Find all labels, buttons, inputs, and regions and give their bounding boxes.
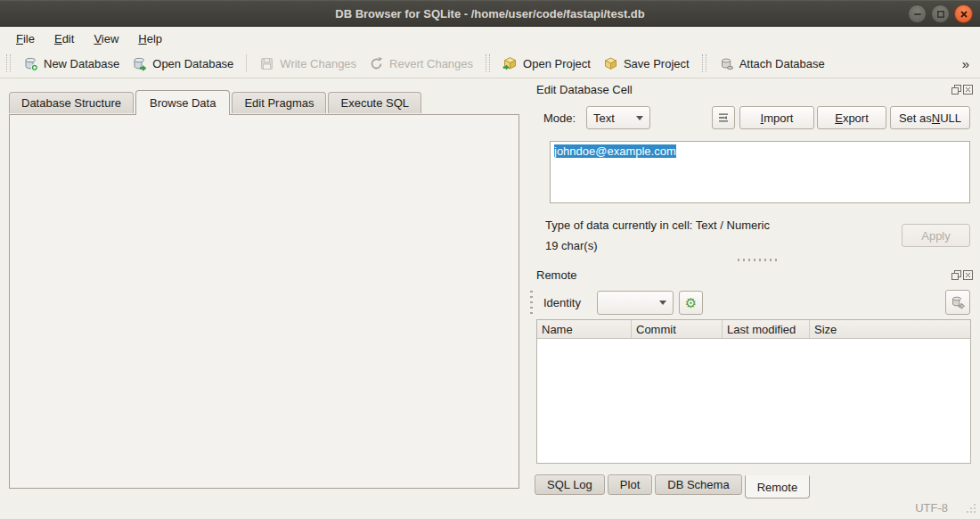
titlebar: DB Browser for SQLite - /home/user/code/… bbox=[0, 0, 980, 27]
app-window: DB Browser for SQLite - /home/user/code/… bbox=[0, 0, 980, 519]
cell-type-info: Type of data currently in cell: Text / N… bbox=[545, 218, 770, 232]
remote-column-size[interactable]: Size bbox=[810, 320, 970, 338]
window-title: DB Browser for SQLite - /home/user/code/… bbox=[335, 7, 644, 21]
cell-editor-selected-text: johndoe@example.com bbox=[554, 144, 676, 158]
open-project-icon bbox=[502, 56, 518, 71]
close-panel-icon[interactable] bbox=[963, 270, 973, 280]
chevron-down-icon bbox=[636, 116, 643, 120]
set-as-null-button[interactable]: Set as NULL bbox=[890, 106, 970, 129]
word-wrap-icon bbox=[717, 111, 730, 124]
remote-panel-title: Remote bbox=[536, 268, 577, 282]
remote-table-header: Name Commit Last modified Size bbox=[537, 320, 970, 339]
bottom-dock-tab-bar: SQL Log Plot DB Schema Remote bbox=[535, 474, 813, 498]
toolbar-overflow-button[interactable]: » bbox=[962, 56, 969, 71]
menu-help[interactable]: Help bbox=[129, 30, 171, 47]
tab-plot[interactable]: Plot bbox=[608, 474, 652, 495]
attach-database-icon bbox=[719, 56, 734, 71]
open-database-button[interactable]: Open Database bbox=[126, 53, 240, 75]
menu-view[interactable]: View bbox=[85, 30, 127, 47]
tab-remote[interactable]: Remote bbox=[745, 475, 811, 498]
tab-db-schema[interactable]: DB Schema bbox=[655, 474, 741, 495]
close-panel-icon[interactable] bbox=[963, 85, 973, 95]
write-changes-button: Write Changes bbox=[253, 53, 363, 75]
attach-database-button[interactable]: Attach Database bbox=[713, 53, 831, 75]
tab-database-structure[interactable]: Database Structure bbox=[9, 92, 134, 113]
open-project-button[interactable]: Open Project bbox=[496, 53, 597, 75]
statusbar: UTF-8 bbox=[0, 498, 980, 519]
close-button[interactable] bbox=[954, 4, 973, 23]
write-changes-icon bbox=[259, 56, 274, 71]
new-database-icon bbox=[23, 56, 38, 71]
tab-browse-data[interactable]: Browse Data bbox=[135, 90, 230, 115]
edit-cell-panel-title: Edit Database Cell bbox=[536, 83, 633, 96]
open-database-icon bbox=[132, 56, 147, 71]
minimize-icon bbox=[913, 10, 922, 19]
clone-database-icon bbox=[951, 295, 966, 310]
new-database-button[interactable]: New Database bbox=[17, 53, 126, 75]
dock-splitter-handle[interactable] bbox=[738, 259, 777, 261]
resize-grip-icon bbox=[965, 502, 976, 514]
toolbar-separator bbox=[246, 54, 247, 72]
import-button[interactable]: Import bbox=[739, 106, 814, 129]
apply-button: Apply bbox=[902, 224, 970, 247]
remote-files-table: Name Commit Last modified Size bbox=[536, 319, 971, 464]
tab-edit-pragmas[interactable]: Edit Pragmas bbox=[232, 92, 326, 113]
close-icon bbox=[960, 10, 968, 19]
menu-file[interactable]: File bbox=[7, 30, 44, 47]
word-wrap-button[interactable] bbox=[712, 106, 735, 129]
float-panel-icon[interactable] bbox=[951, 270, 961, 280]
float-panel-icon[interactable] bbox=[951, 85, 961, 95]
cell-editor-textarea[interactable]: johndoe@example.com bbox=[550, 141, 970, 203]
remote-column-name[interactable]: Name bbox=[537, 320, 632, 338]
tab-execute-sql[interactable]: Execute SQL bbox=[328, 92, 421, 113]
browse-data-pane bbox=[9, 114, 519, 489]
dock-resize-handle[interactable] bbox=[530, 291, 533, 317]
clone-database-button[interactable] bbox=[945, 290, 970, 315]
window-controls bbox=[908, 4, 973, 23]
revert-changes-icon bbox=[369, 56, 384, 71]
identity-settings-button[interactable]: ⚙ bbox=[679, 291, 703, 315]
identity-combobox[interactable] bbox=[597, 291, 674, 315]
chevron-down-icon bbox=[659, 301, 666, 305]
mode-combobox[interactable]: Text bbox=[586, 106, 650, 129]
toolbar: New Database Open Database Write Changes bbox=[0, 49, 980, 78]
save-project-icon bbox=[603, 56, 618, 71]
remote-column-commit[interactable]: Commit bbox=[632, 320, 723, 338]
encoding-indicator: UTF-8 bbox=[915, 501, 948, 515]
mode-label: Mode: bbox=[543, 111, 576, 125]
save-project-button[interactable]: Save Project bbox=[597, 53, 696, 75]
menubar: File Edit View Help bbox=[0, 28, 980, 49]
revert-changes-button: Revert Changes bbox=[363, 53, 479, 75]
minimize-button[interactable] bbox=[908, 4, 927, 23]
tab-sql-log[interactable]: SQL Log bbox=[535, 474, 605, 495]
export-button[interactable]: Export bbox=[817, 106, 886, 129]
resize-grip[interactable] bbox=[965, 502, 976, 516]
maximize-icon bbox=[936, 10, 945, 19]
toolbar-drag-handle[interactable] bbox=[6, 54, 11, 72]
toolbar-drag-handle[interactable] bbox=[702, 54, 706, 72]
maximize-button[interactable] bbox=[931, 4, 950, 23]
gear-icon: ⚙ bbox=[685, 295, 697, 311]
toolbar-drag-handle[interactable] bbox=[486, 54, 490, 72]
identity-label: Identity bbox=[543, 296, 581, 309]
menu-edit[interactable]: Edit bbox=[45, 30, 83, 47]
mode-combobox-value: Text bbox=[593, 111, 615, 125]
cell-char-count: 19 char(s) bbox=[545, 239, 598, 252]
remote-column-last-modified[interactable]: Last modified bbox=[723, 320, 810, 338]
main-tab-bar: Database Structure Browse Data Edit Prag… bbox=[9, 90, 423, 115]
